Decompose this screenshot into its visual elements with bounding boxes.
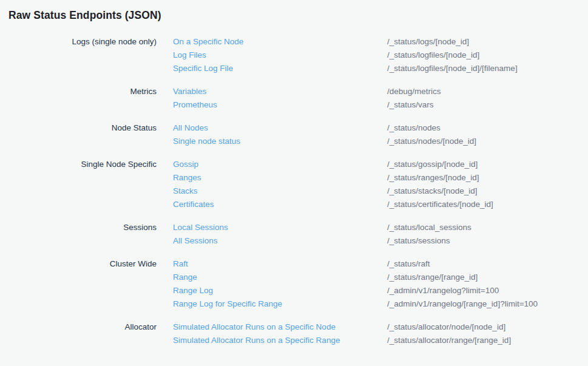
endpoint-link[interactable]: Range (173, 271, 197, 284)
endpoint-link[interactable]: Range Log for Specific Range (173, 297, 282, 311)
endpoint-link[interactable]: Simulated Allocator Runs on a Specific N… (173, 320, 336, 334)
endpoint-link[interactable]: Prometheus (173, 98, 217, 112)
endpoint-path: /_status/allocator/node/[node_id] (387, 320, 588, 334)
endpoint-link[interactable]: Variables (173, 85, 206, 98)
endpoint-path: /_status/sessions (387, 234, 588, 248)
endpoint-path: /_status/nodes (387, 121, 588, 135)
endpoint-group: MetricsVariables/debug/metricsPrometheus… (0, 85, 588, 112)
endpoint-link[interactable]: Raft (173, 257, 188, 271)
endpoint-path: /_status/ranges/[node_id] (387, 171, 588, 185)
category-label: Sessions (0, 221, 173, 234)
endpoint-link[interactable]: Certificates (173, 198, 214, 211)
category-label: Metrics (0, 85, 173, 98)
endpoint-group: Node StatusAll Nodes/_status/nodesSingle… (0, 121, 588, 148)
endpoints-table: Logs (single node only)On a Specific Nod… (0, 35, 588, 347)
endpoint-link[interactable]: Simulated Allocator Runs on a Specific R… (173, 334, 340, 347)
endpoint-path: /_status/gossip/[node_id] (387, 158, 588, 171)
endpoint-link[interactable]: Single node status (173, 135, 240, 148)
category-label: Single Node Specific (0, 158, 173, 171)
raw-status-endpoints-page: Raw Status Endpoints (JSON) Logs (single… (0, 8, 588, 366)
endpoint-path: /_status/logfiles/[node_id] (387, 49, 588, 62)
endpoint-group: SessionsLocal Sessions/_status/local_ses… (0, 221, 588, 248)
category-label: Allocator (0, 320, 173, 334)
endpoint-link[interactable]: Specific Log File (173, 62, 233, 75)
endpoint-path: /debug/metrics (387, 85, 588, 98)
endpoint-path: /_status/vars (387, 98, 588, 112)
category-label: Node Status (0, 121, 173, 135)
endpoint-link[interactable]: On a Specific Node (173, 35, 243, 49)
endpoint-path: /_status/raft (387, 257, 588, 271)
endpoint-link[interactable]: Ranges (173, 171, 201, 185)
endpoint-link[interactable]: Range Log (173, 284, 213, 297)
endpoint-group: AllocatorSimulated Allocator Runs on a S… (0, 320, 588, 347)
endpoint-path: /_status/nodes/[node_id] (387, 135, 588, 148)
endpoint-path: /_admin/v1/rangelog?limit=100 (387, 284, 588, 297)
page-title: Raw Status Endpoints (JSON) (8, 8, 588, 22)
endpoint-link[interactable]: Log Files (173, 49, 206, 62)
endpoint-link[interactable]: Stacks (173, 185, 198, 198)
endpoint-link[interactable]: All Nodes (173, 121, 208, 135)
endpoint-path: /_status/allocator/range/[range_id] (387, 334, 588, 347)
endpoint-link[interactable]: All Sessions (173, 234, 218, 248)
endpoint-link[interactable]: Local Sessions (173, 221, 228, 234)
category-label: Logs (single node only) (0, 35, 173, 49)
endpoint-group: Logs (single node only)On a Specific Nod… (0, 35, 588, 75)
category-label: Cluster Wide (0, 257, 173, 271)
endpoint-path: /_status/stacks/[node_id] (387, 185, 588, 198)
endpoint-group: Cluster WideRaft/_status/raftRange/_stat… (0, 257, 588, 311)
endpoint-group: Single Node SpecificGossip/_status/gossi… (0, 158, 588, 211)
endpoint-path: /_status/local_sessions (387, 221, 588, 234)
endpoint-path: /_status/certificates/[node_id] (387, 198, 588, 211)
endpoint-path: /_status/range/[range_id] (387, 271, 588, 284)
endpoint-path: /_status/logs/[node_id] (387, 35, 588, 49)
endpoint-path: /_status/logfiles/[node_id]/[filename] (387, 62, 588, 75)
endpoint-link[interactable]: Gossip (173, 158, 198, 171)
endpoint-path: /_admin/v1/rangelog/[range_id]?limit=100 (387, 297, 588, 311)
